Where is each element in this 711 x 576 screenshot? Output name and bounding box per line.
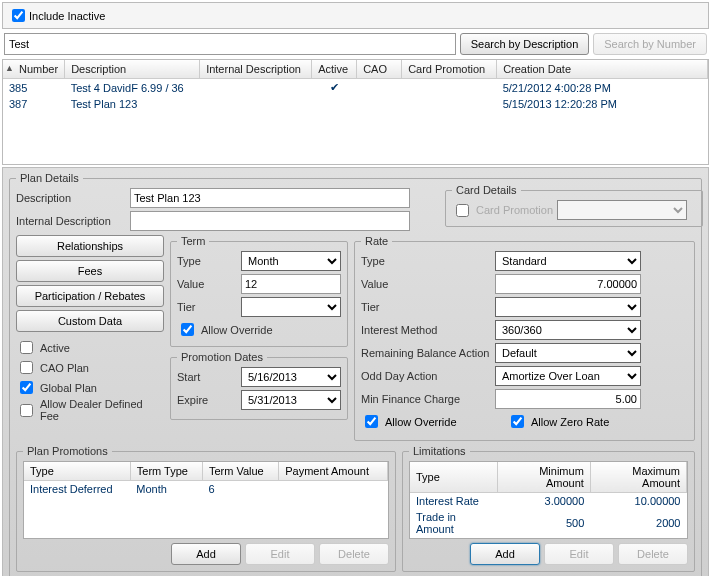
col-card-promo[interactable]: Card Promotion [402,60,497,79]
rate-tier-select[interactable] [495,297,641,317]
min-finance-charge-field[interactable] [495,389,641,409]
remaining-balance-select[interactable]: Default [495,343,641,363]
internal-description-field[interactable] [130,211,410,231]
search-by-number-button: Search by Number [593,33,707,55]
col-number[interactable]: ▲Number [3,60,65,79]
relationships-button[interactable]: Relationships [16,235,164,257]
include-inactive-label: Include Inactive [29,10,105,22]
rate-allow-override-checkbox[interactable] [365,415,378,428]
col-created[interactable]: Creation Date [497,60,708,79]
custom-data-button[interactable]: Custom Data [16,310,164,332]
sort-asc-icon: ▲ [5,63,14,73]
col-description[interactable]: Description [65,60,200,79]
promotion-dates-fieldset: Promotion Dates Start 5/16/2013 Expire 5… [170,351,348,420]
rate-type-select[interactable]: Standard [495,251,641,271]
search-by-description-button[interactable]: Search by Description [460,33,590,55]
main-area: Plan Details Description Internal Descri… [2,167,709,576]
limitations-grid[interactable]: Type Minimum Amount Maximum Amount Inter… [409,461,688,539]
term-legend: Term [177,235,209,247]
table-row[interactable]: Trade in Amount 500 2000 [410,509,687,537]
left-column: Relationships Fees Participation / Rebat… [16,235,164,441]
card-promotion-label: Card Promotion [476,204,553,216]
term-fieldset: Term Type Month Value Tier Allow Overrid… [170,235,348,347]
odd-day-select[interactable]: Amortize Over Loan [495,366,641,386]
limit-delete-button: Delete [618,543,688,565]
col-cao[interactable]: CAO [357,60,402,79]
term-type-select[interactable]: Month [241,251,341,271]
col-active[interactable]: Active [312,60,357,79]
cao-plan-checkbox[interactable] [20,361,33,374]
description-field[interactable] [130,188,410,208]
plan-promotions-legend: Plan Promotions [23,445,112,457]
limitations-fieldset: Limitations Type Minimum Amount Maximum … [402,445,695,572]
include-inactive-bar: Include Inactive [2,2,709,29]
active-check-icon: ✔ [312,79,357,97]
participation-rebates-button[interactable]: Participation / Rebates [16,285,164,307]
interest-method-select[interactable]: 360/360 [495,320,641,340]
allow-dealer-fee-checkbox[interactable] [20,404,33,417]
internal-description-label: Internal Description [16,215,126,227]
rate-legend: Rate [361,235,392,247]
card-details-legend: Card Details [452,184,521,196]
card-promotion-checkbox[interactable] [456,204,469,217]
term-value-field[interactable] [241,274,341,294]
description-label: Description [16,192,126,204]
fees-button[interactable]: Fees [16,260,164,282]
results-grid[interactable]: ▲Number Description Internal Description… [2,59,709,165]
promo-start-date[interactable]: 5/16/2013 [241,367,341,387]
promo-edit-button: Edit [245,543,315,565]
plan-promotions-fieldset: Plan Promotions Type Term Type Term Valu… [16,445,396,572]
table-row[interactable]: Interest Deferred Month 6 [24,481,388,498]
term-allow-override-checkbox[interactable] [181,323,194,336]
limitations-legend: Limitations [409,445,470,457]
plan-details-fieldset: Plan Details Description Internal Descri… [9,172,702,576]
promo-expire-date[interactable]: 5/31/2013 [241,390,341,410]
rate-fieldset: Rate Type Standard Value Tier Interest M… [354,235,695,441]
promotions-grid[interactable]: Type Term Type Term Value Payment Amount… [23,461,389,539]
include-inactive-checkbox[interactable] [12,9,25,22]
table-row[interactable]: 387 Test Plan 123 5/15/2013 12:20:28 PM [3,96,708,112]
col-internal[interactable]: Internal Description [200,60,312,79]
plan-details-legend: Plan Details [16,172,83,184]
table-row[interactable]: Interest Rate 3.00000 10.00000 [410,493,687,510]
term-tier-select[interactable] [241,297,341,317]
promo-add-button[interactable]: Add [171,543,241,565]
table-row[interactable]: 385 Test 4 DavidF 6.99 / 36 ✔ 5/21/2012 … [3,79,708,97]
limit-add-button[interactable]: Add [470,543,540,565]
promo-delete-button: Delete [319,543,389,565]
results-header-row: ▲Number Description Internal Description… [3,60,708,79]
card-details-fieldset: Card Details Card Promotion [445,184,703,227]
card-promotion-select [557,200,687,220]
active-checkbox[interactable] [20,341,33,354]
limit-edit-button: Edit [544,543,614,565]
promotion-dates-legend: Promotion Dates [177,351,267,363]
search-input[interactable] [4,33,456,55]
rate-value-field[interactable] [495,274,641,294]
allow-zero-rate-checkbox[interactable] [511,415,524,428]
search-row: Search by Description Search by Number [2,31,709,57]
global-plan-checkbox[interactable] [20,381,33,394]
